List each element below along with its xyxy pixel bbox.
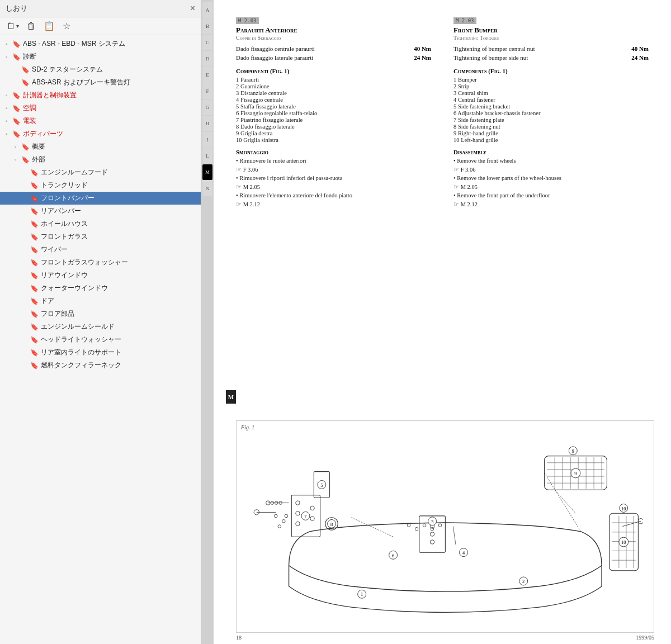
- bookmark-icon: 🔖: [12, 52, 21, 62]
- component-item: 8 Side fastening nut: [453, 124, 649, 130]
- tree-item-label: ワイパー: [41, 244, 68, 254]
- disassembly-item: • Remove the front part of the underfloo…: [453, 192, 649, 198]
- tree-item-rear-window[interactable]: 🔖リアウインドウ: [0, 269, 201, 282]
- tree-item-rear-bumper[interactable]: 🔖リアバンパー: [0, 205, 201, 217]
- tree-item-floor-parts[interactable]: 🔖フロア部品: [0, 307, 201, 320]
- svg-text:9: 9: [574, 472, 577, 477]
- bookmark-icon: 🔖: [21, 65, 30, 75]
- svg-text:2: 2: [522, 580, 524, 585]
- tree-item-label: ヘッドライトウォッシャー: [41, 334, 121, 344]
- tree-item-label: フロア部品: [41, 309, 74, 319]
- bookmark-icon: 🔖: [30, 322, 39, 332]
- component-item: 7 Side fastening plate: [453, 117, 649, 123]
- alpha-tab-b[interactable]: B: [202, 18, 212, 34]
- bookmark-icon: 🔖: [30, 206, 39, 216]
- tree-item-door[interactable]: 🔖ドア: [0, 295, 201, 307]
- tree-item-quarter-window[interactable]: 🔖クォーターウインドウ: [0, 282, 201, 295]
- alpha-tab-f[interactable]: F: [202, 83, 212, 99]
- tree-item-body-parts[interactable]: ◦🔖ボディパーツ: [0, 127, 201, 140]
- bookmarks-panel: しおり × 🗒 🗑 📋 ☆ ◦🔖ABS - ASR - EBD - MSR シス…: [0, 0, 201, 644]
- tree-item-label: リアウインドウ: [41, 270, 88, 280]
- delete-button[interactable]: 🗑: [25, 20, 38, 32]
- tree-expander: ◦: [15, 155, 21, 164]
- disassembly-item: • Remove the lower parts of the wheel-ho…: [453, 175, 649, 181]
- disassembly-item: • Remove the front wheels: [453, 158, 649, 164]
- panel-header: しおり ×: [0, 0, 201, 17]
- copy-button[interactable]: 📋: [41, 20, 57, 32]
- tree-item-abs[interactable]: ◦🔖ABS - ASR - EBD - MSR システム: [0, 37, 201, 50]
- component-item: 5 Side fastening bracket: [453, 103, 649, 110]
- component-item: 10 Griglia sinistra: [236, 137, 431, 143]
- svg-text:1: 1: [361, 593, 363, 598]
- left-disassembly-section: Smontaggio • Rimuovere le ruote anterior…: [236, 149, 431, 207]
- alpha-tab-g[interactable]: G: [202, 100, 212, 115]
- svg-text:6: 6: [392, 553, 394, 558]
- tree-item-wiper[interactable]: 🔖ワイパー: [0, 243, 201, 256]
- tree-item-engine-hood[interactable]: 🔖エンジンルームフード: [0, 166, 201, 179]
- disassembly-ref: ☞ F 3.06: [453, 166, 649, 173]
- bookmark-icon: 🔖: [12, 91, 21, 101]
- svg-text:8: 8: [330, 522, 333, 527]
- alpha-tab-e[interactable]: E: [202, 67, 212, 83]
- tree-item-headlight-washer[interactable]: 🔖ヘッドライトウォッシャー: [0, 333, 201, 346]
- alpha-tab-h[interactable]: H: [202, 116, 212, 131]
- close-button[interactable]: ×: [190, 4, 195, 13]
- disassembly-ref: ☞ M 2.12: [236, 201, 431, 207]
- alpha-tab-c[interactable]: C: [202, 35, 212, 50]
- tree-item-label: 空調: [23, 103, 36, 113]
- tree-item-label: ドア: [41, 296, 54, 306]
- disassembly-ref: ☞ F 3.06: [236, 166, 431, 173]
- tightening-row: Tightening of bumper central nut40 Nm: [453, 45, 649, 52]
- component-item: 1 Paraurti: [236, 77, 431, 83]
- component-item: 6 Adjustable bracket-chassis fastener: [453, 110, 649, 116]
- tree-item-aircon[interactable]: ◦🔖空調: [0, 102, 201, 115]
- bookmark-icon: 🔖: [30, 271, 39, 281]
- disassembly-ref: ☞ M 2.05: [453, 183, 649, 190]
- right-disassembly-content: • Remove the front wheels☞ F 3.06• Remov…: [453, 158, 649, 207]
- tree-expander: ◦: [6, 53, 12, 61]
- alpha-tab-m[interactable]: M: [202, 164, 212, 180]
- bookmark-icon: 🔖: [30, 361, 39, 371]
- tree-item-trunk-lid[interactable]: 🔖トランクリッド: [0, 179, 201, 192]
- bookmark-icon: 🔖: [12, 39, 21, 49]
- tightening-label: Dado fissaggio laterale paraurti: [236, 54, 409, 61]
- tree-item-rear-light-support[interactable]: 🔖リア室内ライトのサポート: [0, 346, 201, 359]
- alpha-tab-l[interactable]: L: [202, 148, 212, 164]
- page-menu-button[interactable]: 🗒: [4, 20, 21, 32]
- tree-item-sd2[interactable]: 🔖SD-2 テスターシステム: [0, 63, 201, 76]
- tree-item-front-bumper[interactable]: 🔖フロントバンパー: [0, 192, 201, 205]
- alpha-tab-d[interactable]: D: [202, 51, 212, 67]
- tree-item-label: フロントバンパー: [41, 193, 94, 203]
- alpha-tab-i[interactable]: I: [202, 132, 212, 148]
- tree-item-wheel-house[interactable]: 🔖ホイールハウス: [0, 217, 201, 230]
- left-section-header: M 2.03 Paraurti Anteriore Coppie di Serr…: [236, 17, 431, 41]
- tree-item-engine-shield[interactable]: 🔖エンジンルームシールド: [0, 320, 201, 333]
- alpha-tab-n[interactable]: N: [202, 181, 212, 196]
- alpha-tab-a[interactable]: A: [202, 2, 212, 18]
- left-components-title: Componenti (Fig. 1): [236, 68, 431, 74]
- tree-item-label: エンジンルームフード: [41, 167, 108, 177]
- tree-item-instruments[interactable]: ◦🔖計測器と制御装置: [0, 89, 201, 102]
- svg-text:5: 5: [320, 483, 323, 488]
- tree-item-overview[interactable]: ◦🔖概要: [0, 140, 201, 153]
- star-button[interactable]: ☆: [60, 20, 73, 32]
- tree-item-label: 電装: [23, 116, 36, 126]
- component-item: 8 Dado fissaggio laterale: [236, 124, 431, 130]
- component-item: 5 Staffa fissaggio laterale: [236, 103, 431, 110]
- tree-item-washer[interactable]: 🔖フロントガラスウォッシャー: [0, 256, 201, 269]
- svg-text:10: 10: [621, 506, 626, 512]
- bookmark-icon: 🔖: [30, 168, 39, 178]
- component-item: 4 Fissaggio centrale: [236, 97, 431, 103]
- bookmark-icon: 🔖: [30, 219, 39, 229]
- bookmark-icon: 🔖: [30, 232, 39, 242]
- tree-item-exterior[interactable]: ◦🔖外部: [0, 153, 201, 166]
- tree-item-front-glass[interactable]: 🔖フロントガラス: [0, 230, 201, 243]
- tree-item-electrical[interactable]: ◦🔖電装: [0, 115, 201, 127]
- right-disassembly-title: Disassembly: [453, 149, 649, 155]
- tree-item-fuel-filler[interactable]: 🔖燃料タンクフィラーネック: [0, 359, 201, 372]
- left-section-title: Paraurti Anteriore: [236, 26, 431, 35]
- component-item: 3 Central shim: [453, 90, 649, 96]
- tree-item-abs-warning[interactable]: 🔖ABS-ASR およびブレーキ警告灯: [0, 76, 201, 89]
- tree-item-diagnostics[interactable]: ◦🔖診断: [0, 50, 201, 63]
- right-components-section: Components (Fig. 1) 1 Bumper2 Strip3 Cen…: [453, 68, 649, 143]
